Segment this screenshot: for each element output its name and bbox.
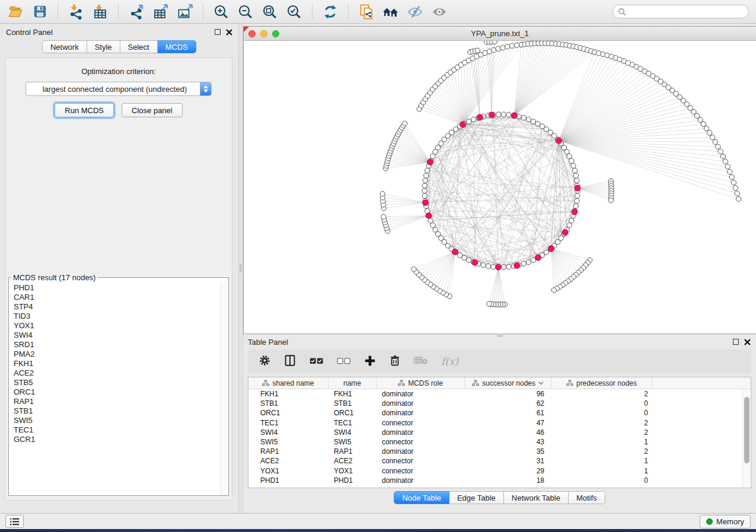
tab-network-table[interactable]: Network Table xyxy=(504,491,569,504)
criterion-value: largest connected component (undirected) xyxy=(26,85,200,94)
zoom-fit-button[interactable] xyxy=(261,4,278,20)
list-item[interactable]: PMA2 xyxy=(14,350,221,359)
tab-motifs[interactable]: Motifs xyxy=(569,491,605,504)
status-bar: Memory xyxy=(0,513,756,529)
show-panels-button[interactable] xyxy=(5,515,24,528)
splitter-grip[interactable] xyxy=(240,264,242,273)
sort-chevron-icon[interactable] xyxy=(538,381,544,385)
close-table-panel-icon[interactable] xyxy=(744,339,751,345)
list-item[interactable]: STB5 xyxy=(14,378,221,387)
open-file-button[interactable] xyxy=(7,4,24,20)
column-header-mcds-role[interactable]: MCDS role xyxy=(377,377,465,389)
table-row[interactable]: SWI4SWI4dominator462 xyxy=(248,428,742,437)
network-window-titlebar[interactable]: YPA_prune.txt_1 xyxy=(244,27,756,41)
memory-button[interactable]: Memory xyxy=(700,515,751,528)
table-row[interactable]: SWI5SWI5connector431 xyxy=(248,437,742,447)
network-graph[interactable] xyxy=(244,41,755,334)
import-network-button[interactable] xyxy=(68,4,84,20)
trash-icon xyxy=(389,354,401,367)
list-item[interactable]: SRD1 xyxy=(14,340,221,350)
toolbar-separator xyxy=(312,4,312,20)
export-table-button[interactable] xyxy=(152,4,169,20)
list-item[interactable]: STP4 xyxy=(14,302,221,312)
float-panel-icon[interactable] xyxy=(215,29,221,35)
vertical-splitter[interactable] xyxy=(238,24,243,513)
zoom-in-button[interactable] xyxy=(213,4,229,20)
list-item[interactable]: FKH1 xyxy=(14,359,221,368)
save-session-button[interactable] xyxy=(31,4,48,20)
apply-layout-button[interactable] xyxy=(322,4,339,20)
float-table-panel-icon[interactable] xyxy=(733,339,739,345)
horizontal-splitter-grip[interactable] xyxy=(497,334,503,337)
toolbar-separator xyxy=(58,4,58,20)
column-header-predecessor-nodes[interactable]: predecessor nodes xyxy=(551,377,652,389)
close-panel-icon[interactable] xyxy=(226,29,232,36)
table-row[interactable]: FKH1FKH1dominator962 xyxy=(248,389,742,399)
add-column-button[interactable] xyxy=(364,355,376,368)
list-item[interactable]: ACE2 xyxy=(14,368,221,378)
hide-selected-button[interactable] xyxy=(407,4,423,20)
export-network-button[interactable] xyxy=(128,4,145,20)
list-item[interactable]: TEC1 xyxy=(14,425,221,435)
delete-column-button[interactable] xyxy=(389,354,401,368)
zoom-out-icon xyxy=(238,4,253,20)
zoom-out-button[interactable] xyxy=(237,4,254,20)
show-columns-button[interactable] xyxy=(284,354,296,368)
list-item[interactable]: GCR1 xyxy=(14,435,221,444)
list-item[interactable]: PHD1 xyxy=(14,283,221,293)
duplicate-network-button[interactable] xyxy=(358,4,375,20)
table-row[interactable]: PHD1PHD1dominator180 xyxy=(248,476,742,485)
delete-table-button[interactable] xyxy=(414,355,428,367)
table-row[interactable]: ORC1ORC1dominator610 xyxy=(248,408,742,418)
close-panel-button[interactable]: Close panel xyxy=(122,103,183,117)
eye-icon xyxy=(432,4,447,20)
list-item[interactable]: ORC1 xyxy=(14,387,221,397)
table-row[interactable]: TEC1TEC1connector472 xyxy=(248,418,742,428)
table-toolbar: f(x) xyxy=(248,350,751,373)
list-item[interactable]: STB1 xyxy=(14,406,221,416)
column-header-name[interactable]: name xyxy=(328,377,377,389)
import-table-button[interactable] xyxy=(92,4,109,20)
tab-edge-table[interactable]: Edge Table xyxy=(449,491,504,504)
show-all-button[interactable] xyxy=(431,4,448,20)
tab-mcds[interactable]: MCDS xyxy=(158,40,196,53)
search-input[interactable] xyxy=(629,8,744,16)
list-item[interactable]: SWI4 xyxy=(14,331,221,340)
table-row[interactable]: RAP1RAP1dominator352 xyxy=(248,447,742,456)
table-settings-button[interactable] xyxy=(259,354,271,368)
table-row[interactable]: YOX1YOX1connector291 xyxy=(248,466,742,476)
list-item[interactable]: CAR1 xyxy=(14,293,221,302)
table-scrollbar[interactable] xyxy=(742,390,750,487)
list-item[interactable]: SWI5 xyxy=(14,416,221,425)
zoom-selected-button[interactable] xyxy=(286,4,302,20)
list-item[interactable]: YOX1 xyxy=(14,321,221,331)
tab-style[interactable]: Style xyxy=(87,40,120,53)
houses-icon xyxy=(382,4,399,20)
first-neighbors-button[interactable] xyxy=(382,4,399,20)
toolbar-separator xyxy=(118,4,119,20)
mcds-result-list[interactable]: PHD1CAR1STP4TID3YOX1SWI4SRD1PMA2FKH1ACE2… xyxy=(9,282,221,495)
tab-network[interactable]: Network xyxy=(42,40,87,53)
dropdown-stepper-icon xyxy=(200,82,211,95)
run-mcds-button[interactable]: Run MCDS xyxy=(55,103,114,117)
select-all-button[interactable] xyxy=(310,355,324,368)
export-image-button[interactable] xyxy=(177,4,193,20)
table-row[interactable]: ACE2ACE2connector311 xyxy=(248,456,742,466)
search-field[interactable] xyxy=(613,5,749,18)
table-row[interactable]: STB1STB1dominator620 xyxy=(248,399,742,408)
table-scrollbar-thumb[interactable] xyxy=(744,397,749,463)
deselect-all-button[interactable] xyxy=(337,355,351,368)
mcds-list-scrollbar[interactable] xyxy=(221,282,228,495)
window-corner-marker xyxy=(244,27,249,32)
list-item[interactable]: RAP1 xyxy=(14,397,221,406)
tab-select[interactable]: Select xyxy=(120,40,158,53)
criterion-dropdown[interactable]: largest connected component (undirected) xyxy=(25,82,212,96)
tab-node-table[interactable]: Node Table xyxy=(394,491,449,504)
columns-icon xyxy=(284,354,296,367)
toolbar-separator xyxy=(348,4,349,20)
function-builder-icon[interactable]: f(x) xyxy=(441,355,458,367)
column-header-shared-name[interactable]: shared name xyxy=(248,377,328,389)
export-image-icon xyxy=(177,4,193,20)
list-item[interactable]: TID3 xyxy=(14,312,221,321)
column-header-successor-nodes[interactable]: successor nodes xyxy=(465,377,551,389)
